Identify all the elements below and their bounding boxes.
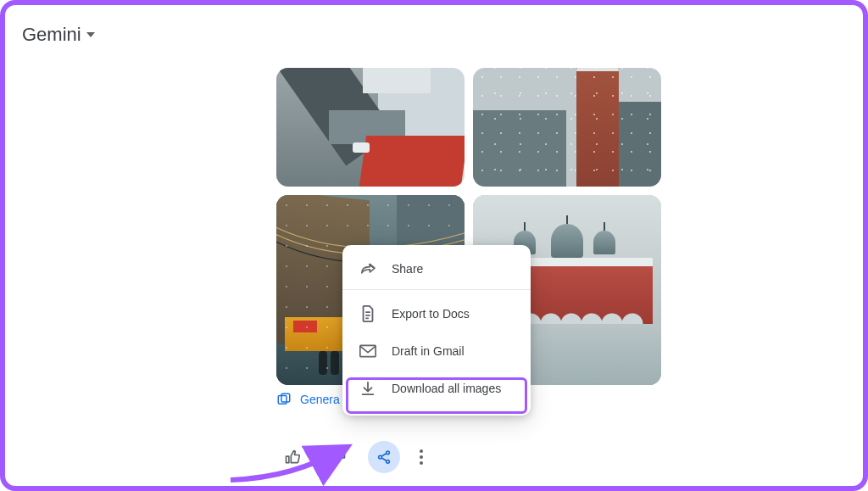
generate-icon — [276, 392, 292, 407]
download-icon — [359, 380, 376, 397]
menu-item-label: Export to Docs — [392, 307, 470, 321]
docs-icon — [359, 305, 376, 322]
share-arrow-icon — [359, 260, 376, 277]
generate-more-label: Genera — [300, 393, 340, 406]
thumbs-down-icon — [330, 449, 347, 466]
generated-image-2[interactable] — [473, 68, 661, 187]
generate-more-button[interactable]: Genera — [276, 392, 340, 407]
svg-point-7 — [420, 461, 423, 465]
more-options-button[interactable] — [414, 441, 429, 473]
menu-divider — [342, 289, 531, 290]
thumbs-up-button[interactable] — [276, 441, 309, 473]
more-vertical-icon — [420, 449, 423, 465]
menu-item-download-all-images[interactable]: Download all images — [342, 370, 531, 407]
menu-item-draft-gmail[interactable]: Draft in Gmail — [342, 332, 531, 370]
gmail-icon — [359, 343, 376, 360]
share-export-menu: Share Export to Docs Draft in Gmail Down… — [342, 245, 531, 416]
menu-item-label: Download all images — [392, 382, 501, 395]
svg-rect-8 — [360, 345, 376, 356]
menu-item-label: Share — [392, 262, 423, 276]
share-export-button[interactable] — [368, 441, 400, 473]
app-title: Gemini — [22, 24, 81, 46]
svg-point-6 — [420, 455, 423, 459]
annotated-frame: Gemini Genera — [0, 0, 868, 491]
model-selector[interactable]: Gemini — [22, 24, 95, 46]
caret-down-icon — [86, 32, 95, 37]
share-icon — [376, 449, 392, 465]
menu-item-label: Draft in Gmail — [392, 344, 465, 358]
thumbs-up-icon — [284, 449, 301, 466]
svg-rect-1 — [281, 393, 290, 402]
thumbs-down-button[interactable] — [322, 441, 354, 473]
generated-image-1[interactable] — [276, 68, 465, 187]
menu-item-export-docs[interactable]: Export to Docs — [342, 295, 531, 332]
menu-item-share[interactable]: Share — [342, 250, 531, 287]
svg-point-5 — [420, 449, 423, 453]
response-action-bar — [276, 441, 429, 473]
svg-rect-0 — [278, 396, 287, 405]
